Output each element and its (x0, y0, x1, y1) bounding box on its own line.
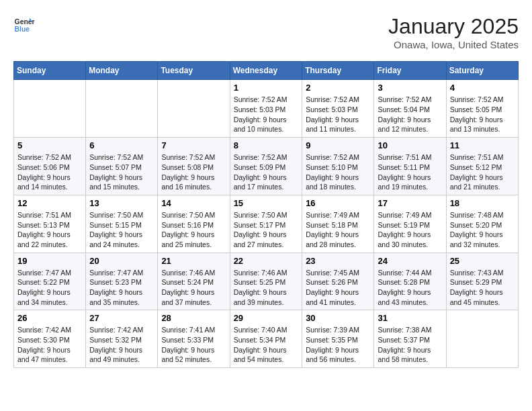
day-info: Sunrise: 7:52 AM Sunset: 5:08 PM Dayligh… (161, 152, 226, 192)
calendar-cell (14, 80, 86, 138)
day-number: 31 (378, 313, 442, 323)
day-info: Sunrise: 7:44 AM Sunset: 5:28 PM Dayligh… (378, 268, 442, 308)
page-header: General Blue January 2025 Onawa, Iowa, U… (13, 13, 519, 50)
calendar-cell: 8Sunrise: 7:52 AM Sunset: 5:09 PM Daylig… (230, 138, 302, 195)
calendar-cell: 9Sunrise: 7:52 AM Sunset: 5:10 PM Daylig… (302, 138, 374, 195)
day-number: 18 (450, 198, 515, 208)
calendar-week-row: 26Sunrise: 7:42 AM Sunset: 5:30 PM Dayli… (14, 310, 519, 368)
svg-text:Blue: Blue (15, 26, 30, 33)
calendar-week-row: 12Sunrise: 7:51 AM Sunset: 5:13 PM Dayli… (14, 195, 519, 253)
day-info: Sunrise: 7:47 AM Sunset: 5:23 PM Dayligh… (89, 268, 154, 308)
calendar-cell: 10Sunrise: 7:51 AM Sunset: 5:11 PM Dayli… (374, 138, 446, 195)
day-number: 3 (378, 83, 442, 93)
day-number: 30 (306, 313, 370, 323)
calendar-cell: 11Sunrise: 7:51 AM Sunset: 5:12 PM Dayli… (446, 138, 518, 195)
calendar-cell: 29Sunrise: 7:40 AM Sunset: 5:34 PM Dayli… (230, 310, 302, 368)
calendar-cell: 17Sunrise: 7:49 AM Sunset: 5:19 PM Dayli… (374, 195, 446, 253)
day-info: Sunrise: 7:49 AM Sunset: 5:18 PM Dayligh… (306, 210, 370, 250)
calendar-cell: 7Sunrise: 7:52 AM Sunset: 5:08 PM Daylig… (158, 138, 230, 195)
calendar-cell (446, 310, 518, 368)
day-info: Sunrise: 7:52 AM Sunset: 5:05 PM Dayligh… (450, 95, 515, 134)
calendar-cell: 6Sunrise: 7:52 AM Sunset: 5:07 PM Daylig… (86, 138, 158, 195)
title-block: January 2025 Onawa, Iowa, United States (388, 13, 519, 50)
calendar-cell: 31Sunrise: 7:38 AM Sunset: 5:37 PM Dayli… (374, 310, 446, 368)
calendar-cell: 2Sunrise: 7:52 AM Sunset: 5:03 PM Daylig… (302, 80, 374, 138)
day-number: 27 (89, 313, 154, 323)
location: Onawa, Iowa, United States (388, 39, 519, 50)
day-info: Sunrise: 7:49 AM Sunset: 5:19 PM Dayligh… (378, 210, 442, 250)
weekday-header: Friday (374, 62, 446, 80)
calendar-table: SundayMondayTuesdayWednesdayThursdayFrid… (13, 61, 519, 368)
day-number: 6 (89, 140, 154, 150)
day-info: Sunrise: 7:43 AM Sunset: 5:29 PM Dayligh… (450, 268, 515, 308)
day-number: 17 (378, 198, 442, 208)
day-info: Sunrise: 7:52 AM Sunset: 5:03 PM Dayligh… (306, 95, 370, 134)
calendar-cell: 4Sunrise: 7:52 AM Sunset: 5:05 PM Daylig… (446, 80, 518, 138)
day-info: Sunrise: 7:52 AM Sunset: 5:03 PM Dayligh… (234, 95, 299, 134)
day-number: 4 (450, 83, 515, 93)
day-info: Sunrise: 7:46 AM Sunset: 5:25 PM Dayligh… (234, 268, 299, 308)
calendar-cell (86, 80, 158, 138)
calendar-week-row: 1Sunrise: 7:52 AM Sunset: 5:03 PM Daylig… (14, 80, 519, 138)
calendar-cell: 3Sunrise: 7:52 AM Sunset: 5:04 PM Daylig… (374, 80, 446, 138)
calendar-week-row: 5Sunrise: 7:52 AM Sunset: 5:06 PM Daylig… (14, 138, 519, 195)
day-info: Sunrise: 7:40 AM Sunset: 5:34 PM Dayligh… (234, 325, 299, 365)
day-number: 25 (450, 256, 515, 266)
day-number: 29 (234, 313, 299, 323)
day-number: 24 (378, 256, 442, 266)
calendar-cell: 27Sunrise: 7:42 AM Sunset: 5:32 PM Dayli… (86, 310, 158, 368)
day-info: Sunrise: 7:41 AM Sunset: 5:33 PM Dayligh… (161, 325, 226, 365)
day-number: 23 (306, 256, 370, 266)
day-info: Sunrise: 7:52 AM Sunset: 5:10 PM Dayligh… (306, 152, 370, 192)
day-info: Sunrise: 7:42 AM Sunset: 5:32 PM Dayligh… (89, 325, 154, 365)
calendar-cell: 14Sunrise: 7:50 AM Sunset: 5:16 PM Dayli… (158, 195, 230, 253)
day-number: 13 (89, 198, 154, 208)
calendar-cell: 19Sunrise: 7:47 AM Sunset: 5:22 PM Dayli… (14, 253, 86, 310)
calendar-cell: 20Sunrise: 7:47 AM Sunset: 5:23 PM Dayli… (86, 253, 158, 310)
day-number: 5 (17, 140, 82, 150)
calendar-cell: 5Sunrise: 7:52 AM Sunset: 5:06 PM Daylig… (14, 138, 86, 195)
day-number: 2 (306, 83, 370, 93)
day-info: Sunrise: 7:52 AM Sunset: 5:06 PM Dayligh… (17, 152, 82, 192)
weekday-header: Sunday (14, 62, 86, 80)
calendar-cell: 25Sunrise: 7:43 AM Sunset: 5:29 PM Dayli… (446, 253, 518, 310)
day-number: 21 (161, 256, 226, 266)
day-info: Sunrise: 7:46 AM Sunset: 5:24 PM Dayligh… (161, 268, 226, 308)
calendar-week-row: 19Sunrise: 7:47 AM Sunset: 5:22 PM Dayli… (14, 253, 519, 310)
day-info: Sunrise: 7:48 AM Sunset: 5:20 PM Dayligh… (450, 210, 515, 250)
day-info: Sunrise: 7:47 AM Sunset: 5:22 PM Dayligh… (17, 268, 82, 308)
day-number: 14 (161, 198, 226, 208)
day-info: Sunrise: 7:52 AM Sunset: 5:09 PM Dayligh… (234, 152, 299, 192)
logo: General Blue (13, 13, 35, 35)
day-info: Sunrise: 7:52 AM Sunset: 5:07 PM Dayligh… (89, 152, 154, 192)
weekday-header: Thursday (302, 62, 374, 80)
day-number: 28 (161, 313, 226, 323)
calendar-cell: 15Sunrise: 7:50 AM Sunset: 5:17 PM Dayli… (230, 195, 302, 253)
day-number: 20 (89, 256, 154, 266)
day-number: 22 (234, 256, 299, 266)
calendar-cell: 23Sunrise: 7:45 AM Sunset: 5:26 PM Dayli… (302, 253, 374, 310)
calendar-cell: 21Sunrise: 7:46 AM Sunset: 5:24 PM Dayli… (158, 253, 230, 310)
day-number: 1 (234, 83, 299, 93)
calendar-cell: 26Sunrise: 7:42 AM Sunset: 5:30 PM Dayli… (14, 310, 86, 368)
calendar-cell: 30Sunrise: 7:39 AM Sunset: 5:35 PM Dayli… (302, 310, 374, 368)
calendar-cell: 13Sunrise: 7:50 AM Sunset: 5:15 PM Dayli… (86, 195, 158, 253)
day-number: 10 (378, 140, 442, 150)
calendar-cell: 28Sunrise: 7:41 AM Sunset: 5:33 PM Dayli… (158, 310, 230, 368)
day-info: Sunrise: 7:50 AM Sunset: 5:15 PM Dayligh… (89, 210, 154, 250)
day-info: Sunrise: 7:51 AM Sunset: 5:13 PM Dayligh… (17, 210, 82, 250)
day-number: 9 (306, 140, 370, 150)
logo-icon: General Blue (13, 13, 35, 35)
day-number: 15 (234, 198, 299, 208)
day-number: 16 (306, 198, 370, 208)
day-info: Sunrise: 7:39 AM Sunset: 5:35 PM Dayligh… (306, 325, 370, 365)
day-info: Sunrise: 7:51 AM Sunset: 5:12 PM Dayligh… (450, 152, 515, 192)
calendar-cell: 22Sunrise: 7:46 AM Sunset: 5:25 PM Dayli… (230, 253, 302, 310)
day-info: Sunrise: 7:45 AM Sunset: 5:26 PM Dayligh… (306, 268, 370, 308)
day-info: Sunrise: 7:50 AM Sunset: 5:17 PM Dayligh… (234, 210, 299, 250)
calendar-cell: 18Sunrise: 7:48 AM Sunset: 5:20 PM Dayli… (446, 195, 518, 253)
day-info: Sunrise: 7:51 AM Sunset: 5:11 PM Dayligh… (378, 152, 442, 192)
day-number: 12 (17, 198, 82, 208)
day-info: Sunrise: 7:38 AM Sunset: 5:37 PM Dayligh… (378, 325, 442, 365)
day-info: Sunrise: 7:42 AM Sunset: 5:30 PM Dayligh… (17, 325, 82, 365)
